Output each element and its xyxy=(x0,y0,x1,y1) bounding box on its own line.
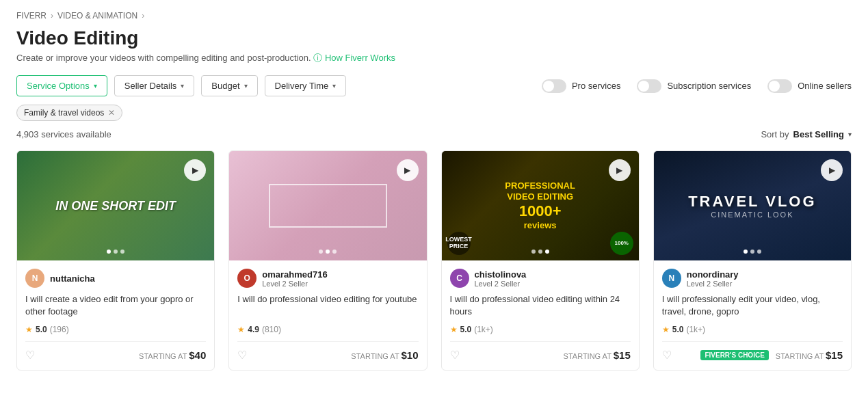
dot-3 xyxy=(332,250,337,254)
dot-2 xyxy=(538,250,542,254)
card-3-seller-details: chistolinova Level 2 Seller xyxy=(475,269,527,288)
card-1[interactable]: IN ONE SHORT EDIT ▶ N nuttanicha I will … xyxy=(16,150,215,371)
card-3-avatar: C xyxy=(450,269,469,288)
online-sellers-label: Online sellers xyxy=(798,81,852,91)
subscription-services-toggle[interactable] xyxy=(637,79,661,93)
service-options-button[interactable]: Service Options ▾ xyxy=(16,75,107,96)
card-3-wishlist[interactable]: ♡ xyxy=(450,349,460,362)
card-3-badge: LOWESTPRICE xyxy=(447,232,471,255)
card-3-price: $15 xyxy=(614,349,631,361)
card-3-title: I will do professional video editing wit… xyxy=(450,293,631,319)
info-icon: ⓘ xyxy=(313,53,322,63)
card-2-avatar: O xyxy=(237,269,257,288)
card-2-wishlist[interactable]: ♡ xyxy=(237,349,247,362)
card-2-footer: ♡ STARTING AT $10 xyxy=(237,341,418,362)
card-1-star: ★ xyxy=(25,325,33,334)
sort-by-dropdown[interactable]: Sort by Best Selling ▾ xyxy=(761,129,852,139)
card-3-price-section: STARTING AT $15 xyxy=(564,349,631,361)
active-filters: Family & travel videos ✕ xyxy=(16,105,852,121)
seller-details-label: Seller Details xyxy=(124,81,177,91)
dot-1 xyxy=(744,250,748,254)
card-3-guarantee-badge: 100% xyxy=(610,232,633,255)
card-1-seller-info: N nuttanicha xyxy=(25,269,206,288)
card-4-seller-level: Level 2 Seller xyxy=(687,280,739,288)
breadcrumb: FIVERR › VIDEO & ANIMATION › xyxy=(16,11,852,21)
card-1-rating: ★ 5.0 (196) xyxy=(25,325,206,334)
card-3-play-button[interactable]: ▶ xyxy=(609,159,631,181)
card-2-dots xyxy=(319,250,337,254)
card-4-count: (1k+) xyxy=(686,325,705,334)
card-1-title: I will create a video edit from your gop… xyxy=(25,293,206,319)
card-1-wishlist[interactable]: ♡ xyxy=(25,349,35,362)
card-1-body: N nuttanicha I will create a video edit … xyxy=(17,260,214,370)
card-4-seller-details: nonordinary Level 2 Seller xyxy=(687,269,739,288)
service-options-label: Service Options xyxy=(27,81,90,91)
card-2-image: ▶ xyxy=(229,151,426,260)
online-sellers-toggle[interactable] xyxy=(767,79,792,93)
breadcrumb-video-animation[interactable]: VIDEO & ANIMATION xyxy=(57,11,137,21)
card-1-footer: ♡ STARTING AT $40 xyxy=(25,341,206,362)
card-2-play-button[interactable]: ▶ xyxy=(397,159,419,181)
card-3[interactable]: PROFESSIONALVIDEO EDITING1000+reviews LO… xyxy=(441,150,640,371)
card-2-price-section: STARTING AT $10 xyxy=(351,349,418,361)
card-4[interactable]: TRAVEL VLOG CINEMATIC LOOK ▶ N nonordina… xyxy=(653,150,852,371)
toggles-row: Pro services Subscription services Onlin… xyxy=(542,79,852,93)
dot-1 xyxy=(107,250,111,254)
sort-chevron: ▾ xyxy=(848,131,852,138)
pro-services-toggle[interactable] xyxy=(542,79,566,93)
card-3-dots xyxy=(531,250,549,254)
card-3-body: C chistolinova Level 2 Seller I will do … xyxy=(442,260,639,370)
results-row: 4,903 services available Sort by Best Se… xyxy=(16,129,852,139)
delivery-time-button[interactable]: Delivery Time ▾ xyxy=(265,75,347,96)
card-4-wishlist[interactable]: ♡ xyxy=(662,349,672,362)
card-2-title: I will do professional video editing for… xyxy=(237,293,418,319)
card-1-score: 5.0 xyxy=(36,325,47,334)
budget-label: Budget xyxy=(211,81,239,91)
card-2-starting-label: STARTING AT xyxy=(351,352,399,360)
card-4-body: N nonordinary Level 2 Seller I will prof… xyxy=(654,260,851,370)
card-4-score: 5.0 xyxy=(672,325,684,334)
card-4-starting-label: STARTING AT xyxy=(776,352,824,360)
dot-3 xyxy=(120,250,124,254)
card-1-image: IN ONE SHORT EDIT ▶ xyxy=(17,151,214,260)
card-2-seller-details: omarahmed716 Level 2 Seller xyxy=(262,269,327,288)
filter-tag-remove[interactable]: ✕ xyxy=(108,108,115,118)
card-1-dots xyxy=(107,250,124,254)
card-4-play-button[interactable]: ▶ xyxy=(821,159,843,181)
how-fiverr-works-link[interactable]: ⓘ How Fiverr Works xyxy=(313,53,395,63)
card-2-price: $10 xyxy=(401,349,418,361)
card-4-price-section: STARTING AT $15 xyxy=(776,349,843,361)
card-1-price-section: STARTING AT $40 xyxy=(139,349,206,361)
dot-2 xyxy=(750,250,754,254)
pro-services-toggle-item: Pro services xyxy=(542,79,621,93)
card-3-footer: ♡ STARTING AT $15 xyxy=(450,341,631,362)
card-2-rating: ★ 4.9 (810) xyxy=(237,325,418,334)
results-count: 4,903 services available xyxy=(16,129,111,139)
card-2-body: O omarahmed716 Level 2 Seller I will do … xyxy=(229,260,426,370)
card-4-footer: ♡ FIVERR'S CHOICE STARTING AT $15 xyxy=(662,341,843,362)
card-4-price: $15 xyxy=(826,349,843,361)
budget-button[interactable]: Budget ▾ xyxy=(201,75,257,96)
card-3-star: ★ xyxy=(450,325,458,334)
subscription-services-label: Subscription services xyxy=(667,81,751,91)
card-3-starting-label: STARTING AT xyxy=(564,352,611,360)
card-4-image: TRAVEL VLOG CINEMATIC LOOK ▶ xyxy=(654,151,851,260)
card-4-image-text: TRAVEL VLOG CINEMATIC LOOK xyxy=(688,193,816,219)
card-1-play-button[interactable]: ▶ xyxy=(184,159,206,181)
card-2-count: (810) xyxy=(262,325,281,334)
card-2-seller-level: Level 2 Seller xyxy=(262,280,327,288)
cards-grid: IN ONE SHORT EDIT ▶ N nuttanicha I will … xyxy=(16,150,852,371)
card-1-seller-name: nuttanicha xyxy=(50,273,95,284)
card-3-count: (1k+) xyxy=(474,325,493,334)
breadcrumb-sep-2: › xyxy=(142,11,144,21)
breadcrumb-fiverr[interactable]: FIVERR xyxy=(16,11,47,21)
online-sellers-toggle-item: Online sellers xyxy=(767,79,852,93)
sort-value: Best Selling xyxy=(793,129,844,139)
card-1-starting-label: STARTING AT xyxy=(139,352,187,360)
card-4-seller-name: nonordinary xyxy=(687,269,739,280)
sort-label: Sort by xyxy=(761,129,789,139)
seller-details-button[interactable]: Seller Details ▾ xyxy=(114,75,195,96)
seller-details-chevron: ▾ xyxy=(181,82,184,90)
card-1-avatar: N xyxy=(25,269,44,288)
card-2[interactable]: ▶ O omarahmed716 Level 2 Seller I will d… xyxy=(228,150,427,371)
